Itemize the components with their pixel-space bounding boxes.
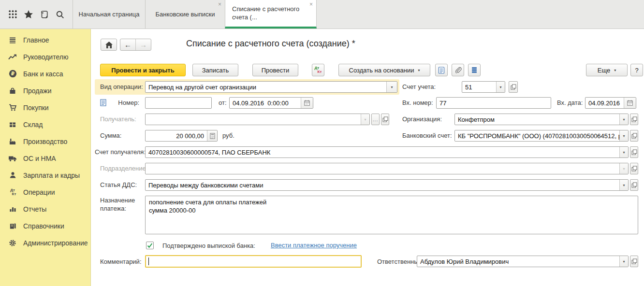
create-based-on-button[interactable]: Создать на основании ▾ [338, 64, 430, 76]
tab-home[interactable]: Начальная страница [73, 0, 145, 29]
dropdown-icon[interactable]: ▾ [361, 114, 369, 125]
open-icon [631, 116, 637, 122]
bank-account-open-button[interactable] [630, 130, 638, 142]
print-report-button[interactable] [435, 64, 448, 76]
sidebar-item-label: Производство [23, 138, 67, 145]
registers-button[interactable] [468, 64, 481, 76]
home-button[interactable] [101, 39, 117, 51]
sidebar-item-directories[interactable]: Справочники [0, 217, 90, 234]
favorites-star-icon[interactable] [23, 9, 34, 20]
sidebar-item-reports[interactable]: Отчеты [0, 200, 90, 217]
dropdown-icon[interactable]: ▾ [619, 114, 628, 125]
sidebar-item-bank-cash[interactable]: ₽ Банк и касса [0, 65, 90, 82]
incoming-date-value: 04.09.2016 [585, 98, 624, 108]
history-scroll-icon[interactable] [38, 9, 50, 20]
responsible-select[interactable]: Абдулов Юрий Владимирович ▾ [417, 256, 629, 267]
calculator-icon[interactable] [207, 130, 217, 141]
tab-writeoff-active[interactable]: Списание с расчетного счета (... × [225, 0, 317, 29]
bank-account-value: КБ "РОСПРОМБАНК" (ООО) (4070281003005006… [455, 130, 619, 141]
back-button[interactable]: ← [120, 39, 135, 50]
comment-input[interactable] [145, 255, 362, 268]
recipient-account-open-button[interactable] [630, 146, 638, 158]
sidebar-item-administration[interactable]: Администрирование [0, 234, 90, 251]
account-label: Счет учета: [402, 81, 436, 93]
enter-payment-order-link[interactable]: Ввести платежное поручение [271, 241, 357, 250]
date-input[interactable]: 04.09.2016 0:00:00 [229, 97, 313, 109]
dropdown-icon[interactable]: ▾ [619, 180, 628, 190]
payment-purpose-textarea[interactable]: пополнение счета для оплаты платежей сум… [145, 196, 638, 234]
stack-icon [471, 67, 478, 73]
bag-icon [8, 86, 17, 95]
sidebar-item-manager[interactable]: Руководителю [0, 48, 90, 65]
confirmed-checkbox[interactable] [146, 242, 154, 249]
warehouse-icon [8, 120, 17, 129]
dropdown-icon[interactable]: ▾ [496, 82, 505, 92]
svg-text:₽: ₽ [11, 71, 14, 77]
search-icon[interactable] [54, 9, 66, 20]
open-icon [382, 116, 388, 122]
person-icon [8, 171, 17, 180]
gear-icon [8, 239, 17, 247]
operation-select[interactable]: Перевод на другой счет организации ▾ [145, 81, 397, 93]
recipient-ellipsis-button[interactable]: ... [371, 114, 380, 125]
sidebar-item-fixed-assets[interactable]: ОС и НМА [0, 150, 90, 167]
recipient-select[interactable]: ▾ [145, 114, 370, 125]
help-button[interactable]: ? [630, 64, 643, 76]
show-postings-button[interactable]: ДтКт [312, 64, 324, 76]
ruble-icon: ₽ [8, 70, 17, 78]
sidebar-item-sales[interactable]: Продажи [0, 82, 90, 99]
close-icon[interactable]: × [218, 2, 221, 7]
save-button[interactable]: Записать [192, 64, 238, 76]
tab-bank-statements[interactable]: Банковские выписки × [145, 0, 225, 29]
trend-icon [8, 53, 17, 61]
apps-grid-icon[interactable] [7, 9, 18, 20]
dropdown-icon[interactable]: ▾ [619, 163, 628, 174]
sidebar-item-purchases[interactable]: Покупки [0, 99, 90, 116]
cash-flow-item-select[interactable]: Переводы между банковскими счетами ▾ [145, 179, 629, 191]
account-select[interactable]: 51 ▾ [462, 81, 505, 93]
sidebar-item-label: Покупки [23, 104, 49, 112]
organization-select[interactable]: Конфетпром ▾ [454, 114, 629, 125]
sidebar-item-production[interactable]: Производство [0, 133, 90, 150]
dropdown-icon[interactable]: ▾ [619, 147, 628, 157]
operation-label: Вид операции: [100, 81, 143, 93]
department-select[interactable]: ▾ [145, 163, 629, 174]
organization-open-button[interactable] [630, 114, 638, 125]
check-icon [147, 243, 153, 248]
number-input[interactable] [145, 97, 212, 109]
responsible-value: Абдулов Юрий Владимирович [417, 256, 619, 267]
sidebar-item-main[interactable]: Главное [0, 31, 90, 48]
sidebar-item-operations[interactable]: ДтКт Операции [0, 184, 90, 200]
incoming-number-input[interactable]: 77 [436, 97, 551, 109]
amount-input[interactable]: 20 000,00 [145, 130, 218, 142]
sidebar-item-label: Справочники [23, 222, 64, 230]
incoming-date-input[interactable]: 04.09.2016 [585, 97, 636, 109]
post-and-close-button[interactable]: Провести и закрыть [100, 64, 186, 76]
recipient-open-button[interactable] [381, 114, 389, 125]
close-icon[interactable]: × [309, 2, 313, 7]
sidebar-item-warehouse[interactable]: Склад [0, 116, 90, 133]
sidebar-item-payroll[interactable]: Зарплата и кадры [0, 167, 90, 184]
organization-value: Конфетпром [455, 114, 619, 125]
forward-button[interactable]: → [135, 39, 151, 50]
operation-value: Перевод на другой счет организации [146, 82, 386, 92]
chevron-down-icon: ▾ [418, 68, 420, 72]
bank-account-select[interactable]: КБ "РОСПРОМБАНК" (ООО) (4070281003005006… [454, 130, 629, 142]
dropdown-icon[interactable]: ▾ [386, 82, 397, 92]
attachments-button[interactable] [452, 64, 464, 76]
barchart-icon [8, 205, 17, 214]
account-open-button[interactable] [509, 81, 518, 93]
payment-purpose-label: Назначение платежа: [100, 196, 142, 213]
calendar-icon[interactable] [624, 98, 636, 108]
department-open-button[interactable] [630, 163, 638, 174]
post-button[interactable]: Провести [252, 64, 298, 76]
dropdown-icon[interactable]: ▾ [619, 256, 628, 267]
calendar-icon[interactable] [301, 98, 313, 108]
more-button[interactable]: Еще ▾ [586, 64, 628, 76]
sidebar-item-label: Операции [23, 188, 55, 196]
dropdown-icon[interactable]: ▾ [619, 130, 628, 141]
cash-flow-item-open-button[interactable] [630, 179, 638, 191]
recipient-account-select[interactable]: 40702810030600000574, ПАО СБЕРБАНК ▾ [145, 146, 629, 158]
document-icon [100, 99, 106, 108]
responsible-open-button[interactable] [630, 256, 638, 267]
